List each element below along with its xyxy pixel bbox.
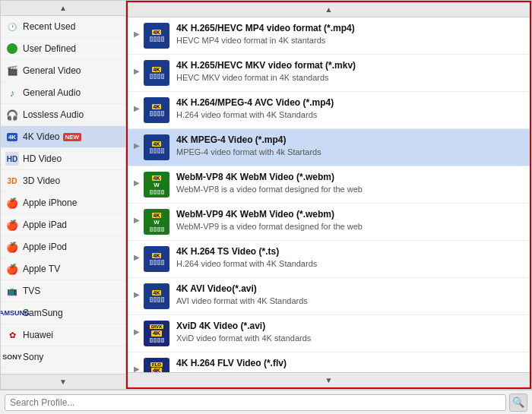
sidebar-item-lg[interactable]: LG LG: [1, 368, 125, 374]
format-title: 4K H.265/HEVC MKV video format (*.mkv): [176, 59, 524, 72]
format-icon: FLO 4K: [143, 357, 170, 372]
format-item[interactable]: ▶ 4K 4K H.265/HEVC MKV video format (*.m…: [128, 55, 530, 92]
sidebar-label-apple-ipod: Apple iPod: [23, 242, 67, 252]
format-icon: 4K: [143, 134, 170, 161]
sidebar-label-sony: Sony: [23, 352, 43, 362]
sidebar-label-apple-tv: Apple TV: [23, 264, 60, 274]
format-item[interactable]: ▶ FLO 4K 4K H.264 FLV Video (*.flv)H.264…: [128, 352, 530, 372]
format-title: 4K MPEG-4 Video (*.mp4): [176, 134, 524, 147]
search-input[interactable]: [5, 394, 506, 411]
sidebar-item-hd-video[interactable]: HD HD Video: [1, 148, 125, 170]
sony-icon: SONY: [5, 350, 19, 364]
content-scroll-area: ▶ 4K 4K H.265/HEVC MP4 video format (*.m…: [128, 17, 530, 372]
format-list: ▶ 4K 4K H.265/HEVC MP4 video format (*.m…: [128, 17, 530, 372]
format-item[interactable]: ▶ 4K 4K H.264/MPEG-4 AVC Video (*.mp4)H.…: [128, 92, 530, 129]
format-desc: H.264 video format with 4K Standards: [176, 258, 524, 269]
format-icon: 4K: [143, 22, 170, 49]
format-item[interactable]: ▶ 4K 4K H.264 TS Video (*.ts)H.264 video…: [128, 241, 530, 278]
format-arrow-icon: ▶: [134, 104, 140, 112]
format-item[interactable]: ▶ 4K W WebM-VP8 4K WebM Video (*.webm)We…: [128, 166, 530, 204]
main-container: ▲ 🕐 Recent Used User Defined 🎬 General V…: [0, 0, 532, 390]
sidebar-item-apple-tv[interactable]: 🍎 Apple TV: [1, 258, 125, 280]
format-arrow-icon: ▶: [134, 365, 140, 372]
apple-ipad-icon: 🍎: [5, 218, 19, 232]
format-title: 4K AVI Video(*.avi): [176, 283, 524, 295]
format-title: 4K H.264 FLV Video (*.flv): [176, 357, 524, 370]
format-item[interactable]: ▶ DIVX 4K XviD 4K Video (*.avi)XviD vide…: [128, 315, 530, 352]
sidebar-label-lossless-audio: Lossless Audio: [23, 109, 84, 120]
format-text: 4K MPEG-4 Video (*.mp4)MPEG-4 video form…: [176, 134, 524, 157]
sidebar-label-recent-used: Recent Used: [23, 21, 75, 32]
sidebar-scroll-up[interactable]: ▲: [1, 1, 125, 16]
sidebar-item-3d-video[interactable]: 3D 3D Video: [1, 170, 125, 192]
format-text: 4K H.265/HEVC MKV video format (*.mkv)HE…: [176, 59, 524, 83]
sidebar-item-lossless-audio[interactable]: 🎧 Lossless Audio: [1, 104, 125, 126]
format-desc: WebM-VP9 is a video format designed for …: [176, 221, 524, 232]
format-title: XviD 4K Video (*.avi): [176, 320, 524, 333]
format-desc: MPEG-4 video format with 4k Startards: [176, 147, 524, 157]
content-scroll-up[interactable]: ▲: [128, 2, 530, 17]
format-item[interactable]: ▶ 4K 4K MPEG-4 Video (*.mp4)MPEG-4 video…: [128, 129, 530, 166]
format-text: 4K H.264/MPEG-4 AVC Video (*.mp4)H.264 v…: [176, 96, 524, 120]
format-icon: 4K: [143, 283, 170, 310]
format-title: 4K H.264 TS Video (*.ts): [176, 245, 524, 258]
4k-video-icon: 4K: [5, 130, 19, 144]
general-audio-icon: ♪: [5, 86, 19, 100]
sidebar-item-sony[interactable]: SONY Sony: [1, 346, 125, 368]
format-item[interactable]: ▶ 4K W WebM-VP9 4K WebM Video (*.webm)We…: [128, 204, 530, 241]
sidebar-scroll-down[interactable]: ▼: [1, 374, 125, 389]
sidebar-label-general-audio: General Audio: [23, 87, 81, 98]
sidebar-label-tvs: TVS: [23, 286, 40, 296]
format-arrow-icon: ▶: [134, 141, 140, 150]
format-title: WebM-VP9 4K WebM Video (*.webm): [176, 208, 524, 221]
huawei-icon: ✿: [5, 328, 19, 342]
search-icon: 🔍: [512, 397, 524, 408]
sidebar-label-samsung: SamSung: [23, 308, 63, 318]
format-text: WebM-VP8 4K WebM Video (*.webm)WebM-VP8 …: [176, 171, 524, 194]
user-defined-icon: [5, 42, 19, 55]
format-text: 4K AVI Video(*.avi)AVI video format with…: [176, 283, 524, 306]
format-text: 4K H.264 FLV Video (*.flv)H.264 video fo…: [176, 357, 524, 372]
sidebar-label-4k-video: 4K Video: [23, 131, 60, 142]
sidebar-item-general-audio[interactable]: ♪ General Audio: [1, 82, 125, 104]
sidebar: ▲ 🕐 Recent Used User Defined 🎬 General V…: [1, 1, 126, 389]
format-desc: HEVC MP4 video format in 4K stantards: [176, 35, 524, 46]
format-text: WebM-VP9 4K WebM Video (*.webm)WebM-VP9 …: [176, 208, 524, 232]
3d-video-icon: 3D: [5, 174, 19, 188]
content-scroll-down[interactable]: ▼: [128, 372, 530, 387]
format-text: 4K H.265/HEVC MP4 video format (*.mp4)HE…: [176, 22, 524, 46]
format-icon: DIVX 4K: [143, 320, 170, 347]
apple-tv-icon: 🍎: [5, 262, 19, 276]
sidebar-item-apple-ipod[interactable]: 🍎 Apple iPod: [1, 236, 125, 258]
format-icon: 4K: [143, 245, 170, 273]
format-arrow-icon: ▶: [134, 253, 140, 261]
lossless-audio-icon: 🎧: [5, 108, 19, 122]
sidebar-label-user-defined: User Defined: [23, 43, 76, 54]
sidebar-item-general-video[interactable]: 🎬 General Video: [1, 60, 125, 82]
sidebar-item-tvs[interactable]: 📺 TVS: [1, 280, 125, 302]
format-icon: 4K W: [143, 208, 170, 235]
general-video-icon: 🎬: [5, 64, 19, 77]
sidebar-item-user-defined[interactable]: User Defined: [1, 38, 125, 60]
sidebar-label-3d-video: 3D Video: [23, 175, 60, 186]
format-arrow-icon: ▶: [134, 179, 140, 187]
apple-iphone-icon: 🍎: [5, 196, 19, 210]
format-title: 4K H.264/MPEG-4 AVC Video (*.mp4): [176, 96, 524, 109]
content-panel: ▲ ▶ 4K 4K H.265/HEVC MP4 video format (*…: [126, 1, 531, 389]
format-icon: 4K: [143, 59, 170, 87]
sidebar-item-samsung[interactable]: SAMSUNG SamSung: [1, 302, 125, 324]
sidebar-item-huawei[interactable]: ✿ Huawei: [1, 324, 125, 346]
sidebar-label-huawei: Huawei: [23, 330, 53, 340]
sidebar-item-apple-iphone[interactable]: 🍎 Apple iPhone: [1, 192, 125, 214]
sidebar-item-apple-ipad[interactable]: 🍎 Apple iPad: [1, 214, 125, 236]
sidebar-item-recent-used[interactable]: 🕐 Recent Used: [1, 16, 125, 38]
format-text: 4K H.264 TS Video (*.ts)H.264 video form…: [176, 245, 524, 269]
format-icon: 4K W: [143, 171, 170, 198]
format-arrow-icon: ▶: [134, 30, 140, 38]
search-button[interactable]: 🔍: [509, 393, 527, 412]
sidebar-item-4k-video[interactable]: 4K 4K Video NEW: [1, 126, 125, 148]
tvs-icon: 📺: [5, 284, 19, 298]
format-desc: WebM-VP8 is a video format designed for …: [176, 184, 524, 194]
format-item[interactable]: ▶ 4K 4K H.265/HEVC MP4 video format (*.m…: [128, 17, 530, 55]
format-item[interactable]: ▶ 4K 4K AVI Video(*.avi)AVI video format…: [128, 278, 530, 315]
